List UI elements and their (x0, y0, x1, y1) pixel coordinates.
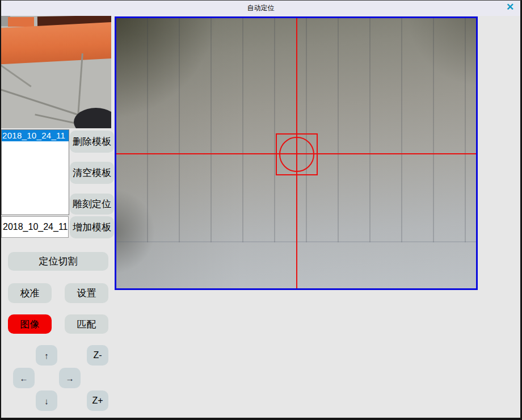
template-list[interactable]: 2018_10_24_11 (1, 129, 69, 215)
add-template-button[interactable]: 增加模板 (70, 216, 114, 238)
target-circle-overlay (279, 137, 314, 172)
delete-template-button[interactable]: 删除模板 (70, 131, 114, 153)
thumbnail-orange-block (8, 17, 34, 27)
clear-templates-button[interactable]: 清空模板 (70, 162, 114, 184)
jog-left-button[interactable]: ← (13, 368, 35, 388)
thumbnail-dark-blob (74, 108, 111, 128)
position-cut-button[interactable]: 定位切割 (8, 252, 108, 271)
camera-viewport[interactable] (115, 16, 478, 290)
thumbnail-tile-line (77, 53, 83, 116)
jog-z-minus-button[interactable]: Z- (87, 345, 108, 366)
match-button[interactable]: 匹配 (65, 314, 108, 334)
template-thumbnail-preview (1, 16, 111, 128)
thumbnail-tile-line (1, 87, 82, 116)
image-button-active[interactable]: 图像 (8, 314, 52, 334)
jog-down-button[interactable]: ↓ (36, 390, 57, 411)
engrave-position-button[interactable]: 雕刻定位 (70, 194, 114, 215)
template-list-item[interactable]: 2018_10_24_11 (2, 130, 69, 141)
settings-button[interactable]: 设置 (65, 283, 108, 303)
camera-image (116, 18, 476, 288)
thumbnail-orange-beam (1, 22, 111, 65)
jog-up-button[interactable]: ↑ (36, 345, 57, 366)
calibrate-button[interactable]: 校准 (8, 283, 52, 303)
auto-position-window: 自动定位 ✕ 2018_10_24_11 删除模板 清空模板 雕刻定位 增加模板… (0, 0, 522, 420)
jog-right-button[interactable]: → (59, 368, 81, 388)
close-icon[interactable]: ✕ (504, 1, 516, 14)
window-title: 自动定位 (247, 3, 275, 13)
titlebar: 自动定位 ✕ (1, 1, 520, 16)
template-name-field[interactable] (1, 216, 69, 238)
jog-z-plus-button[interactable]: Z+ (87, 390, 108, 411)
